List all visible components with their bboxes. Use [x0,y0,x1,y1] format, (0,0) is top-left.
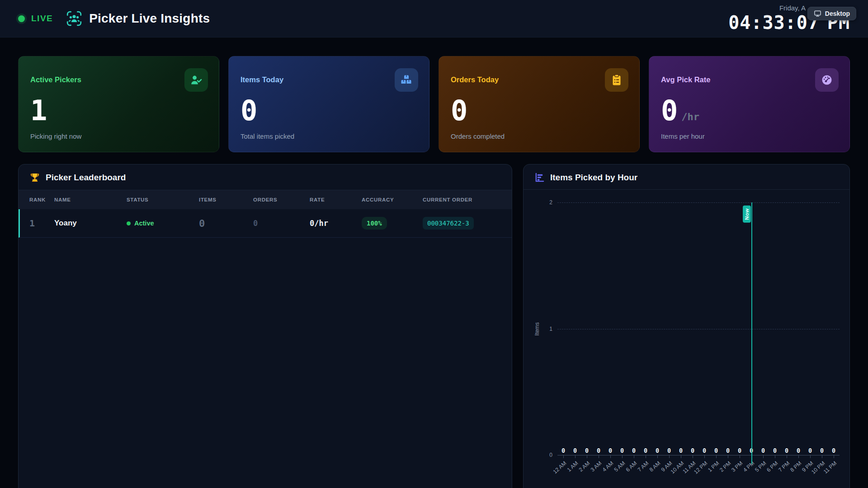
bar-value-label: 0 [769,447,781,454]
x-axis-tick [575,455,576,458]
x-axis-tick [798,455,799,458]
stat-card-subtext: Orders completed [451,132,505,140]
bar-value-label: 0 [828,447,840,454]
top-bar: LIVE Picker Live Insights Friday, A 04:3… [0,0,868,38]
column-header-current-order: CURRENT ORDER [423,197,501,202]
clipboard-list-icon [610,74,623,86]
stat-card-subtext: Picking right now [30,132,81,140]
x-axis-tick [704,455,705,458]
leaderboard-column-headers: RANK NAME STATUS ITEMS ORDERS RATE ACCUR… [19,190,512,209]
now-marker-badge: Now [743,206,751,223]
column-header-status: STATUS [127,197,199,202]
picker-rank: 1 [29,218,54,229]
x-axis-tick [563,455,564,458]
stat-card-orders-today: Orders Today 0 Orders completed [439,56,640,152]
y-axis-tick: 1 [549,326,552,332]
stat-card-active-pickers: Active Pickers 1 Picking right now [18,56,219,152]
stat-card-subtext: Items per hour [661,132,705,140]
accuracy-cell: 100% [362,217,423,230]
stat-card-label: Orders Today [451,75,627,84]
stat-card-value: 0/hr [661,97,838,125]
x-axis-tick [587,455,587,458]
x-axis-tick [822,455,822,458]
bar-value-label: 0 [581,447,593,454]
bar-value-labels: 000000000000000000000000 [557,447,840,454]
bar-chart-icon [534,172,545,183]
bar-value-label: 0 [604,447,616,454]
bar-value-label: 0 [816,447,828,454]
desktop-button-label: Desktop [825,10,850,17]
stat-card-icon-chip [395,68,418,92]
current-order-badge: 000347622-3 [423,217,474,230]
bar-value-label: 0 [663,447,675,454]
x-axis-slot: 11 PM [828,455,840,483]
picker-name: Yoany [54,219,127,228]
clock-time: 04:33:07 [728,12,819,33]
trophy-icon [29,172,40,183]
x-axis-tick [740,455,740,458]
stat-card-value: 0 [241,97,417,125]
x-axis-tick [610,455,611,458]
stat-card-value: 1 [30,97,207,125]
x-axis-tick [834,455,834,458]
chart-header: Items Picked by Hour [524,164,849,190]
stat-card-label: Items Today [241,75,417,84]
bar-value-label: 0 [698,447,710,454]
monitor-icon [814,10,821,17]
bar-value-label: 0 [675,447,687,454]
main-content: Picker Leaderboard RANK NAME STATUS ITEM… [18,164,850,488]
chart-title: Items Picked by Hour [550,173,637,183]
x-axis-tick [669,455,670,458]
bar-value-label: 0 [757,447,769,454]
chart-plot-area: 2 1 0 Items 000000000000000000000000 Now [557,202,840,455]
bar-value-label: 0 [651,447,663,454]
column-header-orders: ORDERS [253,197,310,202]
leaderboard-title: Picker Leaderboard [46,173,126,183]
bar-value-label: 0 [804,447,816,454]
bar-value-label: 0 [687,447,698,454]
scan-users-icon [66,10,83,27]
column-header-rank: RANK [29,197,54,202]
bar-value-label: 0 [722,447,734,454]
gauge-icon [820,73,834,87]
table-row[interactable]: 1 Yoany Active 0 0 0/hr 100% 000347622-3 [19,209,512,238]
stat-card-icon-chip [815,68,839,92]
bar-value-label: 0 [734,447,745,454]
stat-card-items-today: Items Today 0 Total items picked [228,56,429,152]
bar-value-label: 0 [616,447,628,454]
column-header-rate: RATE [310,197,362,202]
current-order-cell: 000347622-3 [423,217,501,230]
picker-status: Active [127,220,199,227]
status-text: Active [134,220,154,227]
gridline-2 [557,202,840,203]
x-axis-tick [716,455,717,458]
chart-body: 2 1 0 Items 000000000000000000000000 Now… [524,202,849,483]
x-axis-tick [634,455,634,458]
x-axis-tick [775,455,775,458]
column-header-name: NAME [54,197,127,202]
bar-value-label: 0 [640,447,651,454]
stat-card-avg-pick-rate: Avg Pick Rate 0/hr Items per hour [649,56,850,152]
bar-value-label: 0 [557,447,569,454]
x-axis-tick [622,455,623,458]
stat-card-icon-chip [605,68,628,92]
picker-items: 0 [199,218,253,229]
stat-cards-row: Active Pickers 1 Picking right now Items… [18,56,850,152]
y-axis-tick: 0 [549,452,552,458]
x-axis-tick [646,455,646,458]
x-axis-tick [657,455,658,458]
desktop-button[interactable]: Desktop [807,7,856,20]
status-dot-icon [127,221,131,225]
stat-card-label: Avg Pick Rate [661,75,838,84]
bar-value-label: 0 [710,447,722,454]
y-axis-tick: 2 [549,199,552,206]
x-axis-tick [681,455,681,458]
bar-value-label: 0 [569,447,581,454]
boxes-icon [400,74,413,86]
bar-value-label: 0 [593,447,604,454]
chart-panel: Items Picked by Hour 2 1 0 Items 0000000… [523,164,850,488]
live-label: LIVE [31,14,53,23]
stat-card-icon-chip [184,68,208,92]
stat-card-subtext: Total items picked [241,132,294,140]
brand-group: LIVE Picker Live Insights [18,10,210,27]
